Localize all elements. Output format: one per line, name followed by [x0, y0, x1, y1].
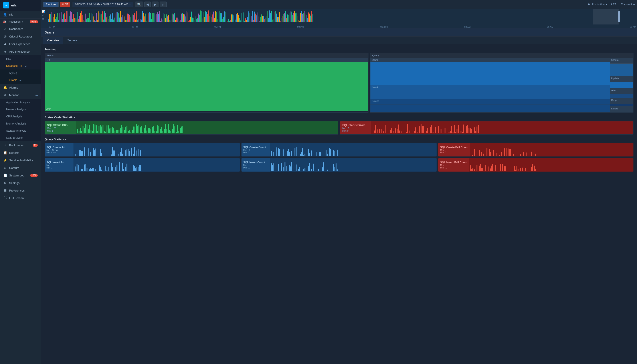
query-card-insert-art: SQL Insert Art Max: ... Min: ... — [44, 158, 240, 172]
sidebar-item-label: Http — [6, 57, 11, 60]
query-min: Min: ... — [243, 166, 268, 169]
sidebar-item-label: Dashboard — [9, 27, 23, 31]
bookmark-button[interactable]: ☆ — [160, 2, 167, 7]
chevron-down-icon-env: ▾ — [606, 3, 607, 6]
sidebar-item-app-analysis[interactable]: Application Analysis — [0, 99, 41, 106]
grid-icon[interactable]: ▦ — [42, 17, 47, 20]
sidebar-item-label: App Intelligence — [9, 50, 30, 53]
sidebar-user: 👤 uila — [0, 11, 41, 19]
sidebar-environment[interactable]: 🏭 Production ▾ View — [0, 19, 41, 25]
sidebar-item-system-log[interactable]: 📄 System Log 1000 — [0, 172, 41, 179]
database-sub: MySQL Oracle ◀ — [0, 70, 41, 84]
sidebar-item-fullscreen[interactable]: ⛶ Full Screen — [0, 194, 41, 202]
query-min: Min: ... — [46, 166, 72, 169]
stat-label-error: SQL Status Errors — [342, 124, 369, 127]
nav-arrow-oracle: ◀ — [20, 79, 21, 82]
forward-button[interactable]: ▶ — [152, 2, 158, 7]
sidebar-item-mysql[interactable]: MySQL — [0, 70, 41, 76]
stat-max-error: Max: 3 — [342, 127, 369, 130]
toolbar: Realtime ✕ Off 08/09/2017 09:44 AM - 08/… — [41, 0, 637, 9]
query-card-insert-fail: SQL Insert Fail Count Max: ... Min: ... — [438, 158, 634, 172]
capture-icon: ⊙ — [3, 166, 7, 170]
view-button[interactable]: View — [30, 20, 38, 23]
query-label-create-fail: SQL Create Fail Count Max: 1 Min: 0 — [438, 143, 470, 156]
alert-icon[interactable]: ⚠ — [42, 14, 47, 17]
sidebar-item-dashboard[interactable]: ⌂ Dashboard — [0, 25, 41, 33]
sidebar-item-bookmarks[interactable]: ☆ Bookmarks 11 — [0, 142, 41, 149]
minimap-chart[interactable] — [48, 10, 637, 25]
sidebar-item-settings[interactable]: ⚙ Settings — [0, 179, 41, 187]
query-min: Min: 0 — [440, 151, 468, 154]
sidebar-item-critical-resources[interactable]: ◎ Critical Resources — [0, 33, 41, 40]
sidebar-item-label: Service Availability — [9, 159, 33, 162]
sidebar-nav: ⌂ Dashboard ◎ Critical Resources ♟ User … — [0, 25, 41, 364]
sidebar-item-label: Settings — [9, 181, 20, 185]
query-grid: SQL Create Art Max: 42 ms Min: 0 ms SQL … — [44, 143, 634, 172]
sidebar-item-stats-browser[interactable]: Stats Browser — [0, 134, 41, 142]
service-availability-icon: ⚡ — [3, 158, 7, 162]
query-chart-insert-fail — [469, 158, 634, 172]
sidebar-item-storage-analysis[interactable]: Storage Analysis — [0, 127, 41, 134]
sidebar-item-label: Capture — [9, 166, 19, 170]
query-card-insert-count: SQL Insert Count Max: ... Min: ... — [242, 158, 436, 172]
stat-card-sql-error: SQL Status Errors Max: 3 Min: 0 — [340, 121, 634, 134]
sidebar-item-reports[interactable]: 📋 Reports — [0, 149, 41, 156]
treemap-ok-cell[interactable]: Error — [45, 62, 368, 111]
sidebar-item-monitor[interactable]: 🖥 Monitor ▬ — [0, 91, 41, 99]
sidebar-item-memory-analysis[interactable]: Memory Analysis — [0, 120, 41, 127]
chevron-down-icon: ▾ — [22, 21, 23, 23]
collapse-icon[interactable]: ▬ — [36, 50, 38, 53]
time-range-selector[interactable]: 08/09/2017 09:44 AM - 08/09/2017 10:43 A… — [72, 2, 133, 7]
system-log-icon: 📄 — [3, 174, 7, 177]
logo-icon: u — [3, 2, 9, 8]
tab-overview[interactable]: Overview — [43, 36, 63, 44]
treemap-left: Status OK Error — [44, 53, 368, 112]
sidebar-item-http[interactable]: Http — [0, 55, 41, 62]
sidebar-item-network-analysis[interactable]: Network Analysis — [0, 106, 41, 113]
off-button[interactable]: ✕ Off — [60, 2, 70, 7]
treemap-container: Status OK Error Query Other Insert — [44, 53, 634, 112]
query-card-create-fail: SQL Create Fail Count Max: 1 Min: 0 — [438, 143, 634, 156]
sidebar-item-database[interactable]: Database ⊞ ◀ — [0, 62, 41, 70]
art-label: ART — [611, 3, 616, 6]
system-log-badge: 1000 — [30, 174, 38, 177]
collapse-monitor-icon[interactable]: ▬ — [36, 94, 38, 96]
content-area: Oracle Overview Servers Treemap Status O… — [41, 28, 637, 364]
realtime-button[interactable]: Realtime — [43, 2, 58, 7]
stats-grid: SQL Status OKs Max: 108 Min: 1 SQL Statu… — [44, 121, 634, 134]
sidebar-item-cpu-analysis[interactable]: CPU Analysis — [0, 113, 41, 120]
user-icon: 👤 — [3, 13, 7, 17]
chart-icon[interactable]: 📊 — [42, 10, 47, 13]
nav-arrow: ◀ — [25, 65, 26, 67]
minimap-handle[interactable] — [618, 11, 620, 22]
query-chart-insert-art — [74, 158, 240, 172]
search-button[interactable]: 🔍 — [135, 2, 143, 7]
monitor-sub: Application Analysis Network Analysis CP… — [0, 99, 41, 142]
sidebar-item-user-experience[interactable]: ♟ User Experience — [0, 40, 41, 48]
query-label: SQL Insert Count — [243, 161, 268, 164]
monitor-icon: 🖥 — [3, 93, 7, 97]
sidebar-item-capture[interactable]: ⊙ Capture — [0, 164, 41, 172]
query-label-create-count: SQL Create Count Max: 3 Min: 0 — [242, 143, 270, 156]
query-card-create-count: SQL Create Count Max: 3 Min: 0 — [242, 143, 436, 156]
sidebar-item-oracle[interactable]: Oracle ◀ — [0, 76, 41, 84]
tabs-bar: Overview Servers — [41, 36, 637, 44]
settings-icon: ⚙ — [3, 181, 7, 185]
tab-servers[interactable]: Servers — [63, 36, 81, 44]
query-label-insert-count: SQL Insert Count Max: ... Min: ... — [242, 158, 270, 172]
sidebar-logo[interactable]: u uila — [0, 0, 41, 11]
sidebar-item-app-intelligence[interactable]: ◈ App Intelligence ▬ — [0, 48, 41, 55]
sidebar-item-label: Stats Browser — [6, 136, 23, 140]
query-min: Min: 0 — [243, 151, 268, 154]
treemap-right: Query Other Insert Select Create — [370, 53, 634, 112]
query-min: Min: 0 ms — [46, 151, 72, 154]
query-label: SQL Create Art — [46, 146, 72, 149]
status-code-title: Status Code Statistics — [44, 116, 634, 119]
sidebar-item-preferences[interactable]: ☰ Preferences — [0, 187, 41, 194]
fullscreen-icon: ⛶ — [3, 196, 7, 200]
query-max: Max: ... — [243, 164, 268, 166]
sidebar-item-service-availability[interactable]: ⚡ Service Availability — [0, 156, 41, 164]
back-button[interactable]: ◀ — [144, 2, 151, 7]
app-intelligence-icon: ◈ — [3, 50, 7, 53]
sidebar-item-alarms[interactable]: 🔔 Alarms — [0, 84, 41, 91]
